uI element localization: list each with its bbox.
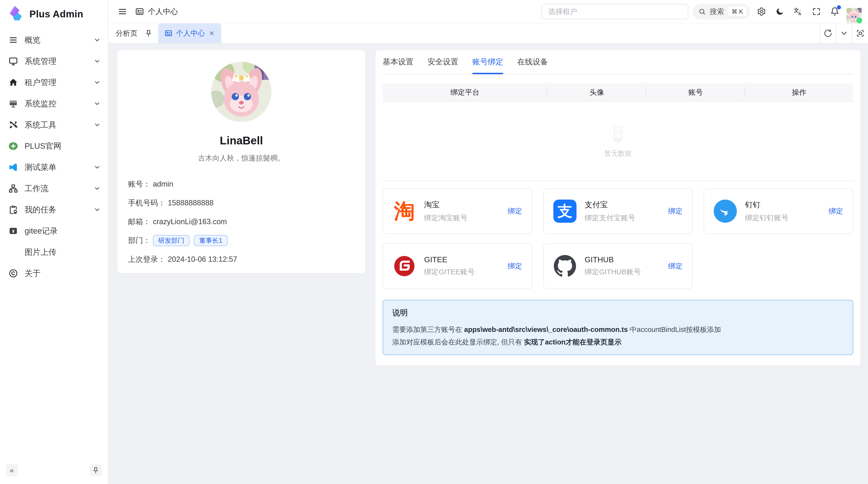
sidebar-item-label: 关于	[25, 268, 101, 279]
dingtalk-icon	[714, 200, 737, 223]
sidebar-item-workflow[interactable]: 工作流	[0, 178, 108, 199]
platform-text: 钉钉 绑定钉钉账号	[745, 200, 788, 223]
sidebar-item-system-monitor[interactable]: 系统监控	[0, 93, 108, 114]
sidebar-collapse-button[interactable]: «	[6, 464, 18, 476]
field-value: 2024-10-06 13:12:57	[168, 255, 237, 264]
tab-close-icon[interactable]	[208, 30, 215, 37]
chevron-down-icon	[94, 100, 101, 107]
bind-link-alipay[interactable]: 绑定	[668, 206, 683, 216]
column-header-actions: 操作	[745, 88, 853, 97]
platform-text: 支付宝 绑定支付宝账号	[585, 200, 635, 223]
taobao-icon: 淘	[393, 200, 416, 223]
tab-security-settings[interactable]: 安全设置	[428, 50, 458, 74]
field-label: 部门：	[128, 235, 151, 246]
sidebar-item-overview[interactable]: 概览	[0, 29, 108, 51]
tenant-select-input[interactable]	[541, 4, 688, 19]
department-tag: 研发部门	[153, 235, 189, 246]
breadcrumb[interactable]: 个人中心	[135, 6, 178, 17]
pin-icon	[92, 466, 99, 474]
sidebar-item-test-menu[interactable]: 测试菜单	[0, 157, 108, 178]
user-avatar[interactable]	[846, 0, 862, 23]
tab-label: 分析页	[116, 28, 137, 38]
platform-desc: 绑定支付宝账号	[585, 213, 635, 223]
department-tag: 董事长1	[194, 235, 227, 246]
chevron-down-icon	[94, 58, 101, 65]
sidebar-item-system-management[interactable]: 系统管理	[0, 51, 108, 72]
language-translate-icon[interactable]: 文A	[789, 4, 807, 19]
sidebar-item-plus-website[interactable]: PLUS官网	[0, 135, 108, 157]
top-header: 个人中心 搜索 ⌘ K 文A	[108, 0, 868, 23]
binding-table: 绑定平台 头像 账号 操作 暂无数据	[383, 84, 853, 181]
profile-field-account: 账号： admin	[128, 175, 355, 194]
refresh-button[interactable]	[819, 23, 836, 43]
sidebar-item-tenant-management[interactable]: 租户管理	[0, 72, 108, 93]
platform-name: GITEE	[424, 255, 475, 264]
column-header-platform: 绑定平台	[383, 88, 547, 97]
chevron-down-icon	[94, 164, 101, 171]
platform-text: GITEE 绑定GITEE账号	[424, 255, 475, 277]
sidebar-pin-button[interactable]	[90, 464, 102, 476]
note-title: 说明	[392, 308, 844, 318]
profile-field-department: 部门： 研发部门 董事长1	[128, 231, 355, 250]
table-header-row: 绑定平台 头像 账号 操作	[383, 84, 853, 102]
sidebar-item-my-tasks[interactable]: 我的任务	[0, 199, 108, 220]
platform-card-taobao: 淘 淘宝 绑定淘宝账号 绑定	[383, 188, 532, 234]
settings-gear-icon[interactable]	[752, 4, 771, 19]
empty-text: 暂无数据	[604, 149, 631, 158]
tab-analysis-page[interactable]: 分析页	[108, 23, 145, 43]
tab-pin-icon[interactable]	[145, 23, 155, 43]
notification-bell-icon[interactable]	[826, 4, 844, 19]
sidebar-item-about[interactable]: 关于	[0, 263, 108, 284]
platform-desc: 绑定钉钉账号	[745, 213, 788, 223]
platform-name: 支付宝	[585, 200, 635, 210]
field-value: crazyLionLi@163.com	[153, 218, 227, 226]
search-icon	[699, 8, 706, 15]
sidebar-item-label: 概览	[25, 35, 94, 45]
dark-mode-moon-icon[interactable]	[771, 4, 789, 19]
search-label: 搜索	[710, 7, 724, 17]
platform-grid: 淘 淘宝 绑定淘宝账号 绑定 支 支付宝	[383, 188, 853, 289]
profile-name: LinaBell	[220, 134, 263, 147]
column-header-avatar: 头像	[547, 88, 646, 97]
sidebar-item-gitee-records[interactable]: ¥ gitee记录	[0, 220, 108, 241]
note-line-2: 添加对应模板后会在此处显示绑定, 但只有 实现了action才能在登录页显示	[392, 337, 844, 348]
display-icon	[8, 98, 19, 109]
bind-link-github[interactable]: 绑定	[668, 261, 683, 271]
sidebar-item-label: 工作流	[25, 183, 94, 194]
field-label: 手机号码：	[128, 198, 165, 208]
chevron-down-icon	[94, 185, 101, 192]
content-fullscreen-button[interactable]	[852, 23, 868, 43]
gitee-icon	[393, 255, 416, 278]
bind-link-taobao[interactable]: 绑定	[508, 206, 522, 216]
tab-account-binding[interactable]: 账号绑定	[472, 50, 503, 74]
profile-fields: 账号： admin 手机号码： 15888888888 邮箱： crazyLio…	[117, 175, 365, 269]
alipay-icon: 支	[553, 200, 577, 223]
app-logo[interactable]: Plus Admin	[0, 0, 108, 28]
app-root: Plus Admin 概览 系统管理	[0, 0, 868, 484]
sidebar-footer: «	[0, 460, 108, 484]
sidebar-toggle-icon[interactable]	[118, 6, 128, 17]
tab-personal-center[interactable]: 个人中心	[158, 23, 221, 43]
svg-text:¥: ¥	[12, 229, 15, 234]
tabbar-actions	[819, 23, 868, 43]
global-search-button[interactable]: 搜索 ⌘ K	[693, 4, 750, 19]
fullscreen-icon[interactable]	[807, 4, 826, 19]
bind-link-dingtalk[interactable]: 绑定	[829, 206, 843, 216]
platform-desc: 绑定GITHUB账号	[585, 267, 641, 277]
sidebar-item-label: 我的任务	[25, 204, 94, 215]
tab-basic-settings[interactable]: 基本设置	[383, 50, 413, 74]
profile-field-phone: 手机号码： 15888888888	[128, 194, 355, 212]
tab-menu-chevron-button[interactable]	[836, 23, 852, 43]
tab-online-devices[interactable]: 在线设备	[517, 50, 548, 74]
sidebar-item-image-upload[interactable]: 图片上传	[0, 241, 108, 263]
sidebar-item-system-tools[interactable]: 系统工具	[0, 114, 108, 135]
settings-tabs: 基本设置 安全设置 账号绑定 在线设备	[383, 50, 853, 74]
chevron-down-icon	[94, 206, 101, 213]
search-shortcut-badge: ⌘ K	[728, 7, 746, 17]
tab-label: 个人中心	[176, 28, 205, 38]
platform-desc: 绑定淘宝账号	[424, 213, 467, 223]
plus-circle-icon	[8, 141, 19, 151]
field-value: admin	[153, 180, 173, 189]
platform-card-github: GITHUB 绑定GITHUB账号 绑定	[543, 243, 693, 289]
bind-link-gitee[interactable]: 绑定	[508, 261, 522, 271]
